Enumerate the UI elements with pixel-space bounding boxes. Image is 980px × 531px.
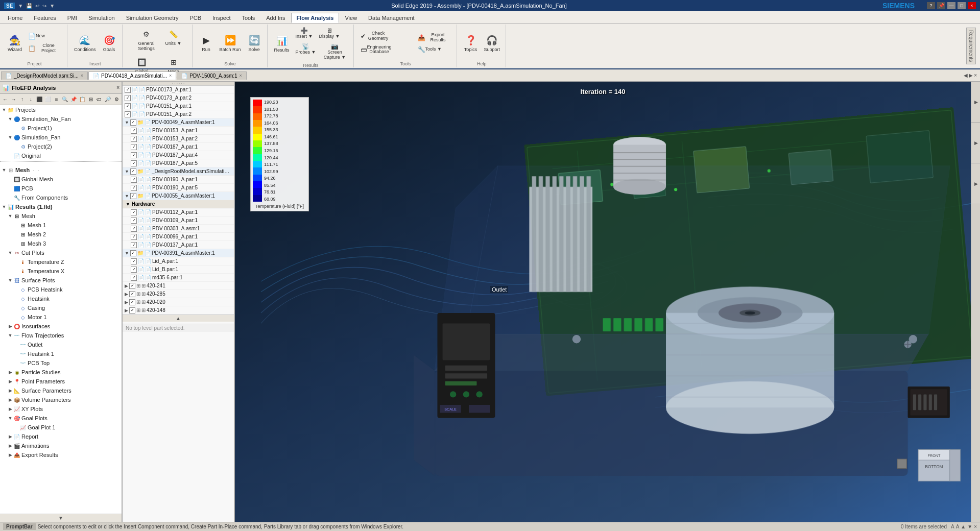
mp-item-8[interactable]: ✓ 📄 📄 PDV-00187_A.par:1 [123,143,234,151]
tab-view[interactable]: View [339,13,363,23]
tab-prev-button[interactable]: ◀ [964,73,968,78]
mp-item-14[interactable]: ▼ ✓ 📁 📄 PDV-00055_A.asmMaster:1 [123,192,234,200]
tree-item-goal-plot1[interactable]: 📈 Goal Plot 1 [0,423,122,432]
tools-ribbon-button[interactable]: 🔧 Tools ▼ [415,44,453,55]
right-panel-btn-3[interactable]: ▶ [971,163,980,204]
results-button[interactable]: 📊 Results [272,32,292,55]
tree-item-report[interactable]: ▶ 📄 Report [0,432,122,441]
pin-icon[interactable]: 📌 [937,2,945,9]
close-button[interactable]: × [968,2,976,9]
tab-inspect[interactable]: Inspect [207,13,236,23]
tab-pcb[interactable]: PCB [184,13,207,23]
tab-features[interactable]: Features [28,13,61,23]
insert-button[interactable]: ➕ Insert ▼ [293,26,316,41]
tree-btn-copy[interactable]: 📋 [78,95,86,104]
mp-item-5[interactable]: ▼ ✓ 📁 📄 PDV-00049_A.asmMaster:1 [123,118,234,127]
tree-item-outlet[interactable]: 〰 Outlet [0,340,122,349]
tab-add-ins[interactable]: Add Ins [260,13,291,23]
mp-item-6[interactable]: ✓ 📄 📄 PDV-00153_A.par:1 [123,127,234,135]
mp-item-1[interactable]: ✓ 📄 📄 PDV-00173_A.par:1 [123,86,234,94]
doc-tab-close-2[interactable]: × [169,73,172,78]
mp-item-27[interactable]: ▶ ✓ ⊞ ⊞ 420-148 [123,306,234,315]
doc-close-button[interactable]: × [974,73,977,78]
mp-item-21[interactable]: ✓ 📄 📄 Lid_A.par:1 [123,257,234,266]
tree-item-goal-plots[interactable]: ▼ 🎯 Goal Plots [0,414,122,423]
tree-item-mesh1[interactable]: ⊞ Mesh 1 [0,221,122,230]
tree-item-cut-plots[interactable]: ▼ ✂ Cut Plots [0,248,122,257]
tab-flow-analysis[interactable]: Flow Analysis [291,13,340,23]
right-panel-btn-1[interactable]: ▶ [971,82,980,123]
general-settings-button[interactable]: ⚙ General Settings [131,26,162,53]
tree-item-isosurfaces[interactable]: ▶ ⭕ Isosurfaces [0,322,122,331]
tree-item-project1[interactable]: ⚙ Project(1) [0,124,122,133]
status-btn-2[interactable]: A [956,524,960,529]
units-button[interactable]: 📏 Units ▼ [163,26,184,53]
support-button[interactable]: 🎧 Support [482,32,503,54]
tab-simulation-geometry[interactable]: Simulation Geometry [121,13,184,23]
mp-item-10[interactable]: ✓ 📄 📄 PDV-00187_A.par:5 [123,159,234,167]
tree-item-particle-studies[interactable]: ▶ ◉ Particle Studies [0,368,122,377]
tree-item-temperature-x[interactable]: 🌡 Temperature X [0,267,122,276]
mp-item-22[interactable]: ✓ 📄 📄 Lid_B.par:1 [123,266,234,274]
viewport[interactable]: SCALE BOTTOM FRONT [235,82,971,522]
tab-pmi[interactable]: PMI [62,13,83,23]
mp-item-7[interactable]: ✓ 📄 📄 PDV-00153_A.par:2 [123,135,234,143]
new-button[interactable]: 📄 New [26,31,64,41]
tree-item-results[interactable]: ▼ 📊 Results (1.fld) [0,202,122,211]
doc-tab-close-3[interactable]: × [240,73,242,78]
tree-btn-forward[interactable]: → [10,95,18,104]
tab-tools[interactable]: Tools [236,13,261,23]
goals-button[interactable]: 🎯 Goals [100,32,119,54]
status-btn-3[interactable]: ▲ [961,524,966,529]
tree-btn-grid[interactable]: ⊞ [87,95,95,104]
run-button[interactable]: ▶ Run [197,32,216,54]
tab-home[interactable]: Home [2,13,28,23]
mp-item-11[interactable]: ▼ ✓ 📁 📄 _DesignRootModel.asmSimulation:1 [123,167,234,176]
doc-tab-pdv-15000[interactable]: 📄 PDV-15000_A.asm:1 × [177,71,247,80]
batch-run-button[interactable]: ⏩ Batch Run [217,32,244,54]
screen-capture-button[interactable]: 📷 Screen Capture ▼ [320,41,350,62]
tree-item-pcb[interactable]: 🟦 PCB [0,184,122,193]
tree-item-temperature-z[interactable]: 🌡 Temperature Z [0,257,122,267]
help-icon[interactable]: ? [927,2,935,9]
tree-item-simulation-fan[interactable]: ▼ 🔵 Simulation_Fan [0,133,122,142]
mp-item-23[interactable]: ✓ 📄 📄 md35-6.par:1 [123,274,234,282]
tree-btn-black[interactable]: ⬛ [35,95,43,104]
check-geometry-button[interactable]: ✔ Check Geometry [358,30,414,43]
tree-btn-pin[interactable]: 📌 [69,95,78,104]
tree-item-mesh3[interactable]: ⊞ Mesh 3 [0,239,122,248]
tree-item-motor1[interactable]: ◇ Motor 1 [0,312,122,322]
engineering-database-button[interactable]: 🗃 Engineering Database [358,43,414,57]
mp-item-26[interactable]: ▶ ✓ ⊞ ⊞ 420-020 [123,298,234,306]
tree-item-global-mesh[interactable]: 🔲 Global Mesh [0,175,122,184]
doc-tab-close-1[interactable]: × [81,73,83,78]
mp-item-25[interactable]: ▶ ✓ ⊞ ⊞ 420-285 [123,290,234,298]
tree-item-projects[interactable]: ▼ 📁 Projects [0,105,122,114]
mp-item-3[interactable]: ✓ 📄 📄 PDV-00151_A.par:1 [123,102,234,110]
probes-button[interactable]: 📡 Probes ▼ [293,41,319,62]
solve-button[interactable]: 🔄 Solve [245,32,264,54]
clone-project-button[interactable]: 📋 Clone Project [26,42,64,55]
tab-next-button[interactable]: ▶ [969,73,973,78]
tree-btn-back[interactable]: ← [1,95,9,104]
wizard-button[interactable]: 🧙 Wizard [5,32,25,54]
tab-simulation[interactable]: Simulation [83,13,120,23]
minimize-button[interactable]: — [947,2,955,9]
tree-item-from-components[interactable]: 🔧 From Components [0,193,122,202]
tree-btn-search[interactable]: 🔍 [61,95,69,104]
tree-item-heatsink1[interactable]: 〰 Heatsink 1 [0,349,122,358]
display-button[interactable]: 🖥 Display ▼ [317,26,343,41]
tab-data-management[interactable]: Data Management [363,13,420,23]
tree-item-heatsink[interactable]: ◇ Heatsink [0,294,122,303]
mp-item-15[interactable]: ✓ 📄 📄 PDV-00112_A.par:1 [123,208,234,216]
status-btn-5[interactable]: × [974,524,977,529]
tree-item-original[interactable]: 📄 Original [0,151,122,160]
mp-item-4[interactable]: ✓ 📄 📄 PDV-00151_A.par:2 [123,110,234,118]
mp-item-13[interactable]: ✓ 📄 📄 PDV-00190_A.par:5 [123,184,234,192]
tree-btn-down[interactable]: ↓ [27,95,35,104]
tree-item-volume-parameters[interactable]: ▶ 📦 Volume Parameters [0,395,122,404]
mp-item-9[interactable]: ✓ 📄 📄 PDV-00187_A.par:4 [123,151,234,159]
topics-button[interactable]: ❓ Topics [461,32,481,54]
tree-item-flow-trajectories[interactable]: ▼ 〰 Flow Trajectories [0,331,122,340]
tree-btn-zoom[interactable]: 🔎 [104,95,112,104]
